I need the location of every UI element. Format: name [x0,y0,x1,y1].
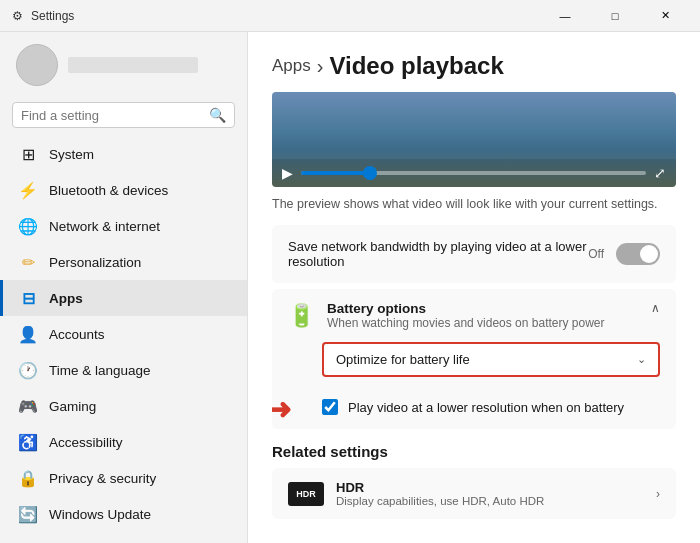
sidebar-item-label: Personalization [49,255,141,270]
sidebar-item-bluetooth[interactable]: ⚡ Bluetooth & devices [0,172,247,208]
play-button[interactable]: ▶ [282,165,293,181]
battery-text: Battery options When watching movies and… [327,301,604,330]
preview-caption: The preview shows what video will look l… [272,197,676,211]
close-button[interactable]: ✕ [642,0,688,32]
sidebar-item-accounts[interactable]: 👤 Accounts [0,316,247,352]
profile-name [68,57,198,73]
dropdown-value: Optimize for battery life [336,352,470,367]
avatar [16,44,58,86]
checkbox-row: ➜ Play video at a lower resolution when … [272,389,676,429]
video-preview: ▶ ⤢ [272,92,676,187]
sidebar-item-gaming[interactable]: 🎮 Gaming [0,388,247,424]
privacy-icon: 🔒 [19,469,37,487]
video-controls: ▶ ⤢ [272,159,676,187]
search-box[interactable]: 🔍 [12,102,235,128]
page-title: Video playback [329,52,503,80]
settings-icon: ⚙ [12,9,23,23]
gaming-icon: 🎮 [19,397,37,415]
battery-subtitle: When watching movies and videos on batte… [327,316,604,330]
sidebar-item-time[interactable]: 🕐 Time & language [0,352,247,388]
accessibility-icon: ♿ [19,433,37,451]
sidebar-item-label: System [49,147,94,162]
progress-fill [301,171,370,175]
windows-update-icon: 🔄 [19,505,37,523]
hdr-title: HDR [336,480,544,495]
title-bar-left: ⚙ Settings [12,9,74,23]
toggle-off-label: Off [588,247,604,261]
breadcrumb-parent[interactable]: Apps [272,56,311,76]
toggle-container: Off [588,243,660,265]
battery-checkbox[interactable] [322,399,338,415]
window-title: Settings [31,9,74,23]
sidebar-item-label: Apps [49,291,83,306]
expand-button[interactable]: ⤢ [654,165,666,181]
hdr-setting-item[interactable]: HDR HDR Display capabilities, use HDR, A… [272,468,676,519]
sidebar-item-label: Gaming [49,399,96,414]
sidebar-item-label: Accessibility [49,435,123,450]
red-arrow-icon: ➜ [272,394,291,425]
breadcrumb-separator: › [317,55,324,78]
sidebar: 🔍 ⊞ System ⚡ Bluetooth & devices 🌐 Netwo… [0,32,248,543]
content-area: Apps › Video playback ▶ ⤢ The preview sh… [248,32,700,543]
minimize-button[interactable]: — [542,0,588,32]
hdr-badge: HDR [288,482,324,506]
main-container: 🔍 ⊞ System ⚡ Bluetooth & devices 🌐 Netwo… [0,32,700,543]
related-settings-title: Related settings [272,443,676,460]
battery-title: Battery options [327,301,604,316]
personalization-icon: ✏ [19,253,37,271]
network-toggle[interactable] [616,243,660,265]
sidebar-item-label: Windows Update [49,507,151,522]
network-setting-label: Save network bandwidth by playing video … [288,239,588,269]
sidebar-item-label: Accounts [49,327,105,342]
sidebar-item-system[interactable]: ⊞ System [0,136,247,172]
sidebar-item-label: Network & internet [49,219,160,234]
hdr-left: HDR HDR Display capabilities, use HDR, A… [288,480,544,507]
chevron-right-icon: › [656,487,660,501]
sidebar-item-windows-update[interactable]: 🔄 Windows Update [0,496,247,532]
dropdown-arrow-icon: ⌄ [637,353,646,366]
sidebar-item-label: Bluetooth & devices [49,183,168,198]
hdr-text: HDR Display capabilities, use HDR, Auto … [336,480,544,507]
maximize-button[interactable]: □ [592,0,638,32]
sidebar-item-label: Privacy & security [49,471,156,486]
bluetooth-icon: ⚡ [19,181,37,199]
accounts-icon: 👤 [19,325,37,343]
breadcrumb: Apps › Video playback [272,52,676,80]
sidebar-item-personalization[interactable]: ✏ Personalization [0,244,247,280]
arrow-indicator: ➜ [272,393,291,426]
time-icon: 🕐 [19,361,37,379]
nav-list: ⊞ System ⚡ Bluetooth & devices 🌐 Network… [0,136,247,532]
sidebar-item-apps[interactable]: ⊟ Apps [0,280,247,316]
title-bar-controls: — □ ✕ [542,0,688,32]
network-icon: 🌐 [19,217,37,235]
progress-bar[interactable] [301,171,646,175]
chevron-up-icon[interactable]: ∧ [651,301,660,315]
sidebar-item-network[interactable]: 🌐 Network & internet [0,208,247,244]
system-icon: ⊞ [19,145,37,163]
apps-icon: ⊟ [19,289,37,307]
sidebar-item-label: Time & language [49,363,151,378]
progress-thumb [363,166,377,180]
network-setting-row: Save network bandwidth by playing video … [272,225,676,283]
checkbox-label: Play video at a lower resolution when on… [348,400,624,415]
title-bar: ⚙ Settings — □ ✕ [0,0,700,32]
sidebar-item-accessibility[interactable]: ♿ Accessibility [0,424,247,460]
battery-header: 🔋 Battery options When watching movies a… [272,289,676,342]
sidebar-profile [0,32,247,98]
toggle-thumb [640,245,658,263]
search-input[interactable] [21,108,203,123]
sidebar-item-privacy[interactable]: 🔒 Privacy & security [0,460,247,496]
hdr-subtitle: Display capabilities, use HDR, Auto HDR [336,495,544,507]
search-icon: 🔍 [209,107,226,123]
battery-section: 🔋 Battery options When watching movies a… [272,289,676,429]
battery-dropdown[interactable]: Optimize for battery life ⌄ [322,342,660,377]
battery-icon: 🔋 [288,303,315,329]
